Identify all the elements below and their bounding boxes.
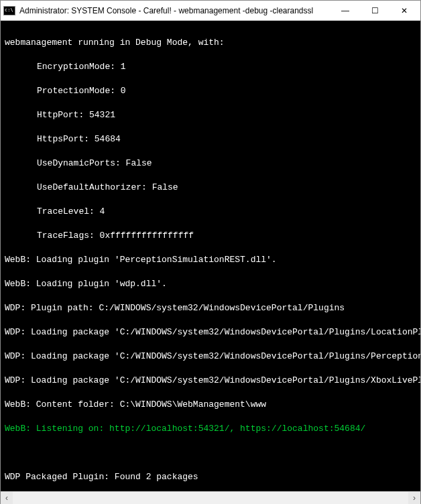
console-line: WDP: Loading package 'C:/WINDOWS/system3… <box>5 351 419 363</box>
close-button[interactable]: ✕ <box>389 1 419 20</box>
console-area[interactable]: webmanagement running in Debug Mode, wit… <box>1 21 420 491</box>
console-line: ProtectionMode: 0 <box>5 85 419 97</box>
console-line: UseDefaultAuthorizer: False <box>5 182 419 194</box>
console-line: WebB: Loading plugin 'wdp.dll'. <box>5 278 419 290</box>
scroll-right-arrow-icon[interactable]: › <box>408 492 420 504</box>
console-output: webmanagement running in Debug Mode, wit… <box>1 21 420 491</box>
cmd-icon <box>3 6 15 15</box>
console-line: webmanagement running in Debug Mode, wit… <box>5 37 419 49</box>
console-line: WDP Packaged Plugin: Found 2 packages <box>5 471 419 483</box>
console-line-listening: WebB: Listening on: http://localhost:543… <box>5 423 419 435</box>
scroll-track[interactable] <box>13 492 408 504</box>
console-window: Administrator: SYSTEM Console - Careful!… <box>0 0 421 504</box>
console-line: TraceFlags: 0xffffffffffffffff <box>5 230 419 242</box>
maximize-button[interactable]: ☐ <box>360 1 389 20</box>
window-title: Administrator: SYSTEM Console - Careful!… <box>19 6 330 15</box>
console-line: EncryptionMode: 1 <box>5 61 419 73</box>
console-line: HttpPort: 54321 <box>5 109 419 121</box>
minimize-button[interactable]: — <box>330 1 360 20</box>
titlebar[interactable]: Administrator: SYSTEM Console - Careful!… <box>1 1 420 21</box>
scroll-left-arrow-icon[interactable]: ‹ <box>1 492 13 504</box>
console-line: WDP: Loading package 'C:/WINDOWS/system3… <box>5 326 419 338</box>
console-line: WebB: Content folder: C:\WINDOWS\WebMana… <box>5 399 419 411</box>
console-line: UseDynamicPorts: False <box>5 158 419 170</box>
window-controls: — ☐ ✕ <box>330 1 419 20</box>
console-line: TraceLevel: 4 <box>5 206 419 218</box>
console-line: WebB: Loading plugin 'PerceptionSimulati… <box>5 254 419 266</box>
console-line <box>5 447 419 459</box>
console-line: WDP: Loading package 'C:/WINDOWS/system3… <box>5 375 419 387</box>
console-line: HttpsPort: 54684 <box>5 133 419 145</box>
horizontal-scrollbar[interactable]: ‹ › <box>1 491 420 503</box>
console-line: WDP: Plugin path: C:/WINDOWS/system32/Wi… <box>5 302 419 314</box>
